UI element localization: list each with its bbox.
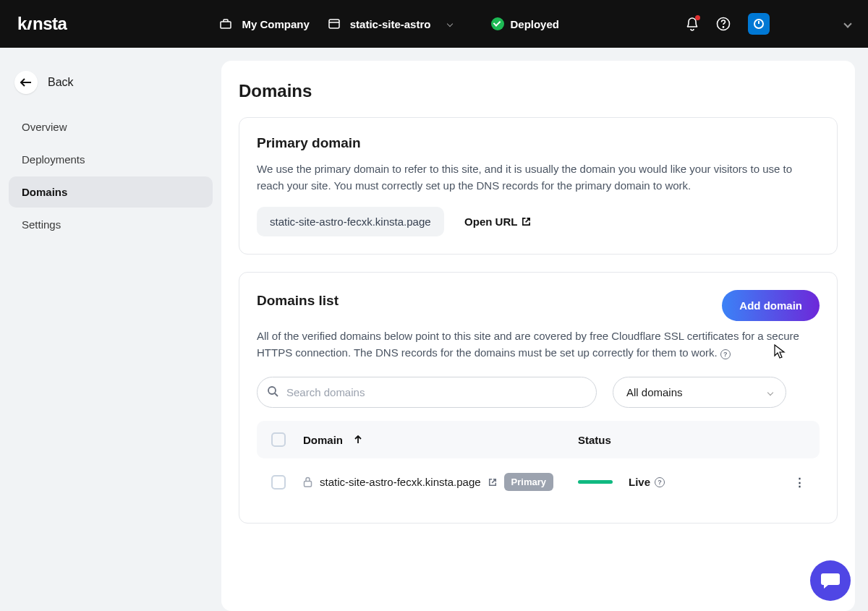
search-input[interactable] xyxy=(257,377,597,408)
domains-list-desc: All of the verified domains below point … xyxy=(257,328,820,361)
sidebar-item-domains[interactable]: Domains xyxy=(9,176,213,208)
svg-rect-6 xyxy=(305,482,312,487)
notification-dot xyxy=(695,15,700,20)
topbar: kınsta My Company static-site-astro Depl… xyxy=(0,0,868,48)
primary-domain-card: Primary domain We use the primary domain… xyxy=(239,117,838,255)
primary-badge: Primary xyxy=(504,473,553,491)
check-circle-icon xyxy=(491,17,504,30)
company-name[interactable]: My Company xyxy=(242,18,309,30)
status-bar-icon xyxy=(578,480,613,484)
main-content: Domains Primary domain We use the primar… xyxy=(221,61,855,611)
external-link-icon[interactable] xyxy=(488,478,497,487)
chevron-down-icon xyxy=(767,389,773,395)
open-url-label: Open URL xyxy=(464,215,517,228)
svg-rect-0 xyxy=(221,22,231,28)
svg-point-3 xyxy=(723,27,723,27)
sidebar-item-settings[interactable]: Settings xyxy=(9,209,213,240)
table-row: static-site-astro-fecxk.kinsta.page Prim… xyxy=(257,458,820,505)
table-header: Domain Status xyxy=(257,421,820,458)
select-all-checkbox[interactable] xyxy=(271,432,286,447)
open-url-link[interactable]: Open URL xyxy=(464,215,531,228)
sidebar-item-deployments[interactable]: Deployments xyxy=(9,144,213,175)
column-status-header[interactable]: Status xyxy=(578,434,780,446)
help-hint-icon[interactable]: ? xyxy=(720,349,731,359)
help-hint-icon[interactable]: ? xyxy=(655,477,665,487)
logo-text: kınsta xyxy=(17,14,67,34)
sidebar-item-overview[interactable]: Overview xyxy=(9,111,213,142)
svg-rect-1 xyxy=(329,20,339,28)
back-label: Back xyxy=(48,76,74,89)
sort-asc-icon xyxy=(354,435,362,444)
filter-value: All domains xyxy=(626,386,683,398)
avatar[interactable] xyxy=(748,13,770,35)
row-checkbox[interactable] xyxy=(271,475,286,490)
briefcase-icon xyxy=(220,19,231,29)
filter-select[interactable]: All domains xyxy=(613,377,786,408)
back-button[interactable] xyxy=(14,71,38,94)
tab-icon xyxy=(328,19,340,29)
page-title: Domains xyxy=(239,81,838,101)
deploy-status: Deployed xyxy=(491,17,559,30)
domains-list-card: Domains list Add domain All of the verif… xyxy=(239,272,838,524)
row-domain[interactable]: static-site-astro-fecxk.kinsta.page xyxy=(320,476,481,488)
breadcrumb: My Company static-site-astro Deployed xyxy=(220,17,559,30)
primary-domain-desc: We use the primary domain to refer to th… xyxy=(257,161,820,194)
sidebar: Back Overview Deployments Domains Settin… xyxy=(0,48,221,611)
help-button[interactable] xyxy=(716,17,731,31)
row-actions-button[interactable]: ⋮ xyxy=(794,476,805,488)
domains-list-heading: Domains list xyxy=(257,293,339,309)
external-link-icon xyxy=(522,217,531,226)
row-status: Live ? xyxy=(629,476,665,488)
lock-icon xyxy=(303,477,312,487)
chevron-down-icon[interactable] xyxy=(447,21,453,27)
user-menu-chevron-icon[interactable] xyxy=(843,20,851,27)
deploy-status-label: Deployed xyxy=(510,18,559,30)
svg-point-5 xyxy=(268,387,276,394)
primary-domain-value: static-site-astro-fecxk.kinsta.page xyxy=(257,207,444,236)
column-domain-header[interactable]: Domain xyxy=(303,434,578,446)
add-domain-button[interactable]: Add domain xyxy=(722,290,820,321)
primary-domain-heading: Primary domain xyxy=(257,135,820,151)
search-icon xyxy=(267,385,278,397)
logo[interactable]: kınsta xyxy=(17,14,67,34)
chat-widget[interactable] xyxy=(810,560,851,601)
site-name[interactable]: static-site-astro xyxy=(350,18,431,30)
notifications-button[interactable] xyxy=(686,17,699,31)
